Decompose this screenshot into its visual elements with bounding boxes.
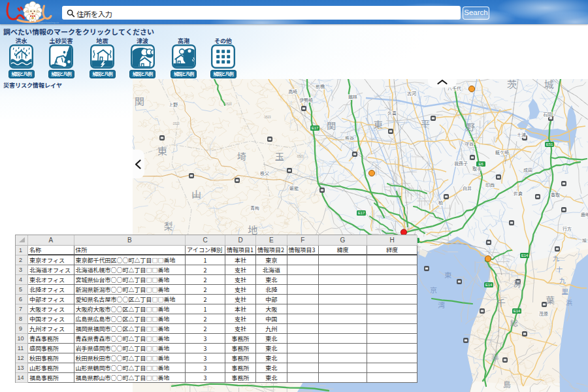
svg-text:前橋: 前橋: [316, 83, 325, 90]
svg-text:茨: 茨: [507, 79, 517, 91]
svg-text:青梅: 青梅: [250, 204, 259, 211]
svg-text:高崎: 高崎: [288, 88, 297, 95]
svg-text:古河: 古河: [407, 90, 416, 97]
svg-text:熊谷: 熊谷: [345, 135, 354, 141]
svg-text:飯能: 飯能: [289, 185, 299, 191]
svg-text:島: 島: [503, 378, 511, 389]
svg-text:千: 千: [497, 296, 506, 309]
svg-text:東: 東: [157, 144, 167, 157]
svg-text:我孫子: 我孫子: [454, 160, 468, 167]
svg-text:浜: 浜: [566, 297, 572, 307]
svg-text:半: 半: [491, 351, 499, 363]
svg-text:関: 関: [135, 94, 144, 108]
svg-text:総: 総: [510, 317, 518, 328]
svg-text:野: 野: [466, 120, 475, 133]
svg-text:秩父: 秩父: [260, 170, 269, 176]
svg-text:上野: 上野: [169, 101, 178, 108]
svg-text:久喜: 久喜: [387, 110, 397, 116]
svg-text:里: 里: [562, 286, 568, 296]
svg-text:守谷: 守谷: [465, 140, 474, 147]
svg-text:·1523: ·1523: [224, 103, 232, 106]
svg-text:shirabete hazard map site: shirabete hazard map site: [38, 22, 59, 24]
svg-text:茂原: 茂原: [539, 310, 548, 317]
svg-text:埼: 埼: [237, 150, 246, 163]
svg-text:行方: 行方: [563, 225, 572, 232]
svg-text:佐倉: 佐倉: [514, 190, 523, 197]
svg-text:·1523: ·1523: [172, 122, 180, 125]
svg-text:鹿嶋: 鹿嶋: [581, 211, 588, 218]
svg-text:玉: 玉: [275, 150, 284, 163]
svg-text:京: 京: [430, 284, 437, 295]
svg-text:E14: E14: [521, 253, 529, 257]
svg-text:十: 十: [556, 264, 563, 274]
svg-text:柏: 柏: [438, 199, 443, 206]
svg-text:伊勢崎: 伊勢崎: [299, 97, 313, 103]
svg-text:梨: 梨: [164, 219, 173, 232]
svg-text:九: 九: [553, 253, 559, 263]
svg-text:東: 東: [444, 269, 451, 280]
svg-text:E51: E51: [546, 142, 553, 146]
svg-text:取手: 取手: [472, 165, 482, 172]
svg-text:E14: E14: [485, 283, 493, 287]
svg-text:平: 平: [421, 117, 430, 130]
svg-text:湾: 湾: [438, 299, 445, 310]
svg-text:石岡: 石岡: [543, 111, 552, 118]
svg-text:白井: 白井: [463, 185, 472, 191]
svg-text:·1523: ·1523: [191, 194, 199, 197]
svg-text:成田: 成田: [523, 167, 532, 173]
svg-text:東: 東: [374, 118, 383, 131]
svg-text:房: 房: [514, 278, 521, 289]
svg-text:葉: 葉: [546, 293, 555, 306]
svg-text:香取: 香取: [551, 191, 560, 198]
svg-text:関: 関: [327, 119, 336, 132]
svg-text:土浦: 土浦: [517, 131, 526, 138]
svg-text:館林: 館林: [348, 93, 357, 100]
svg-text:E17: E17: [358, 211, 365, 215]
svg-text:城: 城: [544, 79, 554, 91]
svg-text:印西: 印西: [485, 182, 495, 188]
svg-text:·1523: ·1523: [296, 155, 304, 158]
svg-text:旭: 旭: [582, 237, 587, 244]
svg-text:龍ケ崎: 龍ケ崎: [495, 149, 509, 155]
svg-text:九: 九: [559, 275, 566, 285]
svg-text:E14: E14: [514, 309, 521, 313]
svg-text:·1523: ·1523: [263, 116, 271, 119]
svg-text:E17: E17: [312, 126, 319, 130]
